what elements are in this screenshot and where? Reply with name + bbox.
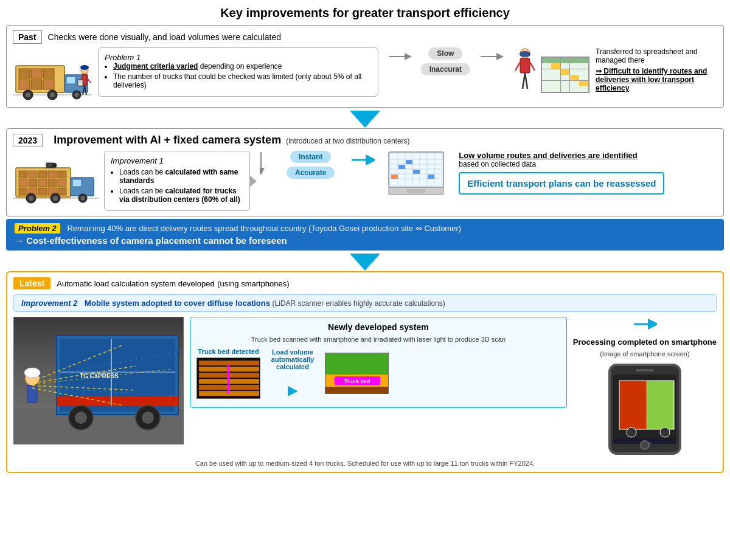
svg-line-32: [515, 62, 520, 71]
arrow-past-to-2023: [6, 110, 724, 128]
past-right-text: Transferred to spreadsheet and managed t…: [596, 47, 717, 92]
processing-subtitle: (Image of smartphone screen): [600, 350, 689, 358]
svg-rect-113: [228, 364, 229, 393]
arrow-to-spreadsheet: [476, 47, 507, 66]
processing-title: Processing completed on smartphone: [573, 337, 717, 347]
latest-section: Latest Automatic load calculation system…: [6, 271, 724, 473]
svg-rect-44: [29, 179, 37, 187]
svg-rect-43: [19, 179, 27, 187]
improvement2-main: Mobile system adopted to cover diffuse l…: [85, 299, 270, 308]
svg-text:TG EXPRESS: TG EXPRESS: [80, 373, 119, 379]
improvement2-label: Improvement 2: [21, 299, 77, 308]
person-icon: [513, 47, 537, 93]
arrow-to-smartphone: [633, 317, 657, 331]
problem2-section: Problem 2 Remaining 40% are direct deliv…: [6, 219, 724, 251]
svg-rect-48: [19, 188, 27, 195]
svg-rect-54: [72, 179, 82, 187]
svg-rect-3: [31, 69, 42, 78]
svg-point-15: [75, 93, 79, 97]
problem1-title: Problem 1: [105, 53, 372, 62]
instant-accurate-badges: Instant Accurate: [282, 151, 339, 179]
new-system-desc: Truck bed scanned with smartphone and ir…: [196, 336, 560, 343]
svg-rect-81: [406, 160, 412, 164]
difficult-text: ⇒ Difficult to identify routes and deliv…: [596, 67, 717, 92]
past-label: Past: [13, 30, 42, 44]
truck-bed-detected-label: Truck bed detected: [198, 348, 259, 355]
svg-rect-47: [58, 179, 66, 187]
svg-rect-42: [58, 171, 66, 178]
truck-2023-illustration: [13, 151, 98, 206]
laptop-visual: [386, 151, 447, 196]
latest-footer: Can be used with up to medium-sized 4 to…: [13, 460, 717, 467]
latest-label: Latest: [13, 277, 50, 289]
svg-rect-82: [428, 175, 434, 179]
efficient-transport-box: Efficient transport plans can be reasses…: [459, 172, 664, 195]
smartphone-graphic: 87%: [608, 364, 681, 455]
latest-title: Automatic load calculation system develo…: [57, 278, 289, 289]
new-system-box: Newly developed system Truck bed scanned…: [190, 317, 567, 408]
svg-rect-45: [38, 179, 47, 187]
scan-image-2: Truck bed: [325, 353, 389, 394]
svg-rect-79: [413, 170, 420, 174]
problem1-list: Judgment criteria varied depending on ex…: [113, 62, 372, 89]
problem2-line1: Problem 2 Remaining 40% are direct deliv…: [15, 224, 715, 233]
svg-rect-52: [58, 188, 66, 195]
svg-point-98: [24, 368, 40, 378]
year-2023-label: 2023: [13, 134, 43, 147]
improvement2-sub: (LiDAR scanner enables highly accurate c…: [273, 299, 445, 308]
inaccurate-badge: Inaccurat: [421, 63, 470, 75]
svg-rect-2: [19, 69, 30, 78]
improvement1-box: Improvement 1 Loads can be calculated wi…: [104, 151, 250, 211]
problem2-arrow-text: → Cost-effectiveness of camera placement…: [15, 235, 715, 246]
problem2-label: Problem 2: [15, 223, 60, 233]
arrow-problem2-to-latest: [6, 253, 724, 271]
right-2023-area: Low volume routes and deliveries are ide…: [459, 151, 717, 195]
svg-point-93: [75, 412, 87, 424]
svg-point-58: [53, 196, 58, 201]
slow-inaccurate-badges: Slow Inaccurat: [421, 47, 470, 75]
svg-rect-78: [398, 165, 405, 169]
svg-rect-31: [520, 58, 530, 73]
improvement-2023-header: 2023 Improvement with AI + fixed camera …: [13, 134, 717, 147]
svg-point-125: [627, 427, 636, 437]
based-on-text: based on collected data: [459, 160, 536, 168]
svg-text:Truck bed: Truck bed: [344, 378, 370, 384]
improvement1-list: Loads can be calculated with same standa…: [119, 168, 243, 204]
svg-rect-89: [57, 396, 178, 406]
svg-rect-46: [48, 179, 57, 187]
instant-badge: Instant: [290, 151, 331, 163]
svg-point-26: [80, 65, 89, 70]
svg-rect-80: [391, 175, 398, 179]
improvement-2023-section: 2023 Improvement with AI + fixed camera …: [6, 128, 724, 216]
svg-rect-22: [78, 80, 83, 86]
new-system-title: Newly developed system: [196, 322, 560, 332]
svg-rect-9: [66, 77, 75, 84]
past-header-text: Checks were done visually, and load volu…: [48, 32, 281, 42]
latest-header: Latest Automatic load calculation system…: [13, 277, 717, 289]
past-truck-illustration: [13, 47, 92, 102]
svg-rect-38: [19, 171, 27, 178]
truck-photo-area: TG EXPRESS: [13, 317, 184, 444]
arrow-to-slow: [384, 47, 415, 66]
svg-rect-7: [43, 80, 54, 89]
svg-rect-6: [31, 80, 42, 89]
svg-rect-4: [43, 69, 54, 78]
scan-arrow: ▶: [288, 382, 298, 398]
svg-point-56: [29, 196, 33, 201]
transferred-text: Transferred to spreadsheet and managed t…: [596, 47, 717, 64]
svg-point-126: [660, 427, 670, 437]
scan-results: Truck bed detected: [196, 348, 560, 399]
load-volume-label: Load volume automatically calculated: [265, 348, 320, 370]
improvement2-bar: Improvement 2 Mobile system adopted to c…: [13, 294, 717, 312]
scan-image-1: [196, 358, 260, 399]
svg-rect-114: [325, 353, 389, 375]
arrow-improvement1-badges: [256, 151, 276, 175]
latest-content: TG EXPRESS: [13, 317, 717, 455]
low-volume-text: Low volume routes and deliveries are ide…: [459, 151, 637, 160]
svg-point-30: [520, 51, 530, 57]
improvement-subtitle: (introduced at two distribution centers): [286, 137, 409, 145]
svg-point-13: [50, 92, 55, 97]
judgment-criteria-text: Judgment criteria varied: [113, 62, 198, 71]
svg-line-35: [525, 73, 527, 89]
problem1-box: Problem 1 Judgment criteria varied depen…: [98, 47, 378, 97]
